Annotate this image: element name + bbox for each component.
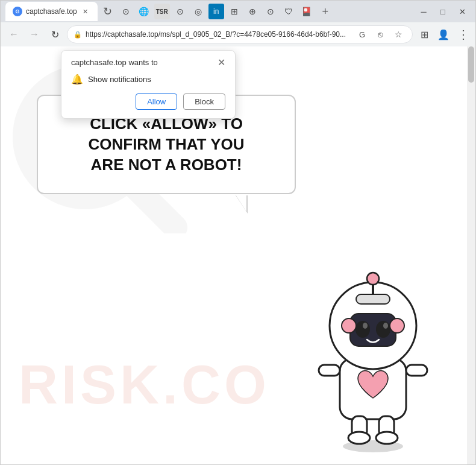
titlebar-icon-circle3[interactable]: ⊙ — [263, 4, 278, 19]
svg-point-12 — [355, 321, 370, 338]
popup-close-button[interactable]: ✕ — [218, 58, 225, 68]
url-text: https://captchasafe.top/ms/spl_d_0905_02… — [86, 30, 351, 39]
new-tab-button[interactable]: + — [317, 3, 334, 20]
titlebar-icon-target[interactable]: ◎ — [190, 4, 206, 19]
window-controls: ─ □ ✕ — [415, 3, 471, 20]
tab-bar: G captchasafe.top ✕ ↻ ⊙ 🌐 TSR ⊙ ◎ in ⊞ ⊕… — [5, 2, 412, 21]
titlebar-icon-card[interactable]: 🎴 — [299, 4, 315, 19]
google-lens-icon[interactable]: G — [354, 27, 370, 42]
svg-point-17 — [390, 318, 404, 333]
titlebar-icon-tsr[interactable]: TSR — [154, 4, 170, 19]
svg-rect-4 — [319, 365, 340, 376]
reload-button[interactable]: ↻ — [46, 26, 63, 43]
scrollbar-thumb[interactable] — [468, 46, 474, 83]
bubble-tail-inner — [236, 195, 246, 212]
extensions-icon[interactable]: ⊞ — [416, 27, 432, 42]
svg-point-14 — [363, 323, 368, 329]
bell-icon: 🔔 — [71, 74, 83, 85]
permission-text: Show notifications — [88, 75, 151, 84]
minimize-button[interactable]: ─ — [415, 3, 432, 20]
robot — [307, 247, 439, 452]
titlebar-icon-bookmark[interactable]: ⊙ — [172, 4, 188, 19]
address-input[interactable]: 🔒 https://captchasafe.top/ms/spl_d_0905_… — [67, 25, 413, 43]
bookmark-icon[interactable]: ☆ — [390, 27, 406, 42]
svg-point-15 — [383, 323, 388, 329]
svg-rect-20 — [356, 294, 390, 304]
svg-point-19 — [367, 273, 379, 285]
maximize-button[interactable]: □ — [434, 3, 451, 20]
popup-title: captchasafe.top wants to — [71, 58, 158, 67]
titlebar-icon-circle2[interactable]: ⊕ — [245, 4, 260, 19]
active-tab[interactable]: G captchasafe.top ✕ — [5, 2, 98, 21]
svg-point-13 — [376, 321, 390, 338]
main-text: CLICK «ALLOW» TO CONFIRM THAT YOU ARE NO… — [62, 114, 271, 175]
back-button[interactable]: ← — [5, 26, 22, 43]
svg-rect-5 — [406, 365, 427, 376]
address-actions: G ⎋ ☆ — [354, 27, 406, 42]
svg-point-16 — [342, 318, 356, 333]
scrollbar[interactable] — [467, 46, 475, 464]
titlebar-icon-world[interactable]: 🌐 — [136, 4, 152, 19]
page-content: RISK.CO CLICK «ALLOW» TO CONFIRM THAT YO… — [1, 46, 475, 464]
block-button[interactable]: Block — [183, 93, 225, 110]
tab-title: captchasafe.top — [26, 7, 77, 16]
menu-button[interactable]: ⋮ — [455, 27, 471, 42]
title-bar: G captchasafe.top ✕ ↻ ⊙ 🌐 TSR ⊙ ◎ in ⊞ ⊕… — [1, 1, 475, 22]
titlebar-icon-circle[interactable]: ⊙ — [118, 4, 134, 19]
svg-point-8 — [348, 432, 370, 444]
titlebar-icon-linkedin[interactable]: in — [208, 4, 224, 19]
address-bar: ← → ↻ 🔒 https://captchasafe.top/ms/spl_d… — [1, 22, 475, 46]
popup-header: captchasafe.top wants to ✕ — [71, 58, 225, 68]
popup-permission: 🔔 Show notifications — [71, 74, 225, 85]
notification-popup: captchasafe.top wants to ✕ 🔔 Show notifi… — [61, 50, 236, 119]
titlebar-icon-shield[interactable]: 🛡 — [281, 4, 296, 19]
popup-buttons: Allow Block — [71, 93, 225, 110]
share-icon[interactable]: ⎋ — [372, 27, 388, 42]
svg-point-9 — [376, 432, 398, 444]
profile-icon[interactable]: 👤 — [436, 27, 451, 42]
browser-window: G captchasafe.top ✕ ↻ ⊙ 🌐 TSR ⊙ ◎ in ⊞ ⊕… — [0, 0, 476, 465]
allow-button[interactable]: Allow — [136, 93, 177, 110]
tab-close-button[interactable]: ✕ — [81, 7, 90, 16]
tab-favicon: G — [13, 7, 22, 16]
titlebar-icon-grid[interactable]: ⊞ — [227, 4, 242, 19]
forward-button[interactable]: → — [26, 26, 43, 43]
lock-icon: 🔒 — [74, 31, 82, 39]
titlebar-icon-reload[interactable]: ↻ — [100, 4, 116, 19]
close-button[interactable]: ✕ — [454, 3, 471, 20]
